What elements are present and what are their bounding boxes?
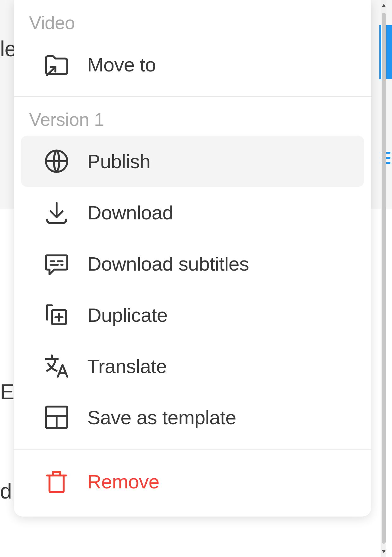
context-menu: Video Move to Version 1 Publish — [14, 0, 371, 517]
menu-item-download-subtitles[interactable]: Download subtitles — [21, 238, 364, 289]
menu-item-publish[interactable]: Publish — [21, 136, 364, 187]
menu-item-label: Translate — [87, 355, 167, 377]
scrollbar-arrow-up-icon[interactable] — [382, 4, 386, 7]
menu-item-label: Duplicate — [87, 304, 168, 326]
trash-icon — [42, 467, 71, 496]
scrollbar[interactable] — [381, 0, 386, 557]
menu-item-label: Remove — [87, 470, 159, 493]
menu-item-remove[interactable]: Remove — [21, 456, 364, 507]
scrollbar-thumb[interactable] — [382, 13, 386, 544]
menu-item-save-as-template[interactable]: Save as template — [21, 392, 364, 443]
download-icon — [42, 198, 71, 227]
section-header-video: Video — [14, 6, 371, 39]
menu-item-label: Download subtitles — [87, 253, 249, 275]
duplicate-icon — [42, 301, 71, 329]
section-header-version: Version 1 — [14, 103, 371, 136]
template-icon — [42, 403, 71, 432]
menu-item-label: Download — [87, 201, 173, 224]
translate-icon — [42, 352, 71, 380]
menu-item-label: Publish — [87, 150, 150, 173]
divider — [14, 449, 371, 450]
divider — [14, 96, 371, 97]
menu-item-label: Save as template — [87, 406, 236, 429]
menu-item-download[interactable]: Download — [21, 187, 364, 238]
subtitles-icon — [42, 249, 71, 278]
menu-item-label: Move to — [87, 53, 156, 76]
background-partial-text: d — [0, 479, 12, 503]
background-partial-text: E — [0, 379, 14, 404]
menu-item-duplicate[interactable]: Duplicate — [21, 289, 364, 340]
scrollbar-arrow-down-icon[interactable] — [382, 550, 386, 553]
globe-icon — [42, 147, 71, 175]
folder-arrow-icon — [42, 50, 71, 79]
menu-item-translate[interactable]: Translate — [21, 340, 364, 392]
menu-item-move-to[interactable]: Move to — [21, 39, 364, 90]
